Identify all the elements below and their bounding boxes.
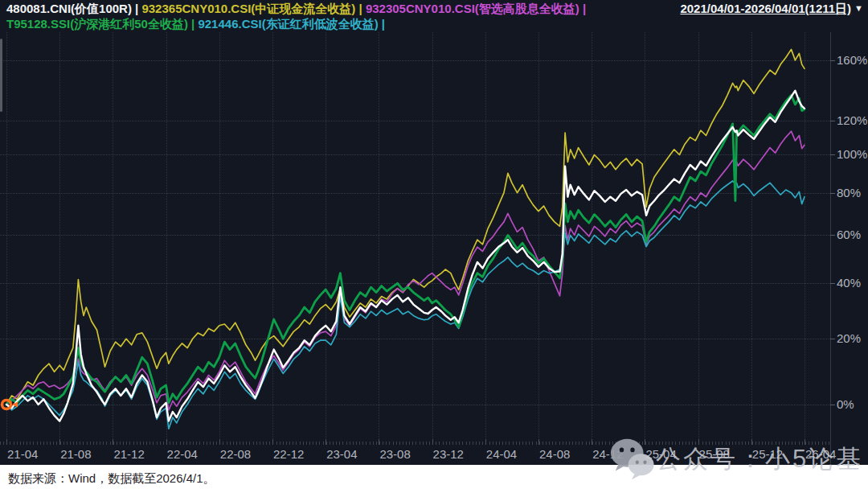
x-tick-label: 23-08 [379,447,410,461]
wechat-icon [609,436,656,483]
date-range-selector[interactable]: 2021/04/01-2026/04/01(1211日) [680,1,851,16]
chevron-down-icon[interactable]: ▼ [854,1,863,16]
x-tick-label: 21-08 [60,447,91,461]
legend-item-r1-0[interactable]: 480081.CNI(价值100R) | [6,2,141,15]
legend-series-labels-1: 480081.CNI(价值100R) | 932365CNY010.CSI(中证… [6,1,586,16]
y-tick-label: 160% [837,53,867,68]
y-tick [830,235,835,236]
y-tick [830,154,835,155]
y-tick-label: 40% [837,276,861,290]
y-tick-label: 60% [837,228,861,242]
y-tick-label: 100% [837,147,867,162]
legend-item-r2-1[interactable]: 921446.CSI(东证红利低波全收益) | [198,17,385,31]
legend-series-labels-2: T95128.SSI(沪深港红利50全收益) | 921446.CSI(东证红利… [6,16,385,31]
data-source-note: 数据来源：Wind，数据截至2026/4/1。 [8,471,215,487]
y-tick [830,339,835,339]
x-tick-label: 23-12 [433,447,464,461]
x-tick-label: 23-04 [326,447,357,461]
legend-item-r2-0[interactable]: T95128.SSI(沪深港红利50全收益) | [6,17,198,31]
x-tick-label: 24-04 [486,447,517,461]
y-tick-label: 80% [837,186,861,200]
y-tick [830,121,835,121]
scrollbar-thumb[interactable] [0,39,2,112]
y-tick [830,193,835,194]
y-tick [830,405,835,405]
legend-row-2: T95128.SSI(沪深港红利50全收益) | 921446.CSI(东证红利… [6,16,863,31]
y-tick-label: 120% [837,113,867,128]
x-tick-label: 21-04 [7,447,38,461]
chart-legend-header: 480081.CNI(价值100R) | 932365CNY010.CSI(中证… [6,1,863,31]
y-tick-label: 20% [837,331,861,346]
legend-item-r1-2[interactable]: 932305CNY010.CSI(智选高股息全收益) | [366,2,586,15]
y-tick [830,60,835,61]
legend-item-r1-1[interactable]: 932365CNY010.CSI(中证现金流全收益) | [141,2,365,15]
x-tick-label: 22-12 [273,447,304,461]
watermark: 公众号：小5论基 [609,436,863,483]
x-tick-label: 24-08 [539,447,570,461]
y-tick-label: 0% [837,397,854,412]
chart-plot-area[interactable] [0,32,830,445]
legend-row-1: 480081.CNI(价值100R) | 932365CNY010.CSI(中证… [6,1,863,16]
y-tick [830,283,835,284]
chart-window: 480081.CNI(价值100R) | 932365CNY010.CSI(中证… [0,0,868,493]
x-tick-label: 21-12 [113,447,144,461]
y-axis-line [830,32,831,463]
watermark-text: 公众号：小5论基 [656,437,863,482]
x-tick-label: 22-08 [220,447,251,461]
x-tick-label: 22-04 [167,447,198,461]
